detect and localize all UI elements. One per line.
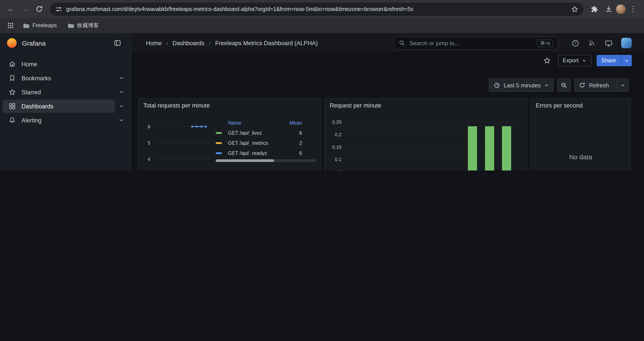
sidebar-item-home[interactable]: Home [3, 57, 128, 71]
chevron-down-icon[interactable] [115, 72, 128, 85]
legend-value: 6 [275, 130, 302, 135]
sidebar-item-starred[interactable]: Starred [3, 85, 128, 99]
chevron-down-icon[interactable] [115, 86, 128, 99]
sidebar-item-label: Alerting [22, 117, 42, 124]
legend-series-name[interactable]: GET /api/_readyz [228, 150, 272, 156]
breadcrumb-separator: › [166, 40, 168, 46]
address-bar[interactable]: grafana.mathmast.com/d/deytv4rwavabkb/fr… [50, 3, 584, 16]
time-range-picker[interactable]: Last 5 minutes [489, 79, 554, 92]
chart-canvas[interactable]: 6543217:40NameMeanGET /api/_livez6GET /a… [138, 99, 320, 171]
legend-column-header[interactable]: Mean [275, 120, 302, 126]
share-chevron-button[interactable] [621, 55, 632, 66]
sidebar-item-label: Home [22, 61, 37, 67]
panel-title[interactable]: Errors per second [531, 99, 630, 109]
browser-profile-avatar[interactable] [616, 4, 626, 14]
sidebar-item-alerting[interactable]: Alerting [3, 113, 128, 127]
svg-text:6: 6 [148, 124, 150, 129]
zoom-out-button[interactable] [558, 79, 571, 92]
dock-menu-icon[interactable] [111, 37, 124, 49]
dashboard-toolbar: Export Share [131, 53, 644, 69]
site-settings-icon[interactable] [55, 6, 62, 13]
svg-text:?: ? [574, 41, 576, 45]
sidebar: Grafana Home Bookmarks [0, 33, 131, 171]
legend-value: 6 [275, 150, 302, 156]
chevron-down-icon [582, 58, 586, 63]
downloads-icon[interactable] [602, 3, 615, 16]
forward-icon[interactable]: → [18, 3, 32, 16]
legend-row[interactable]: GET /api/_livez6 [216, 128, 302, 138]
sidebar-item-label: Bookmarks [22, 75, 51, 81]
breadcrumb-separator: › [209, 40, 211, 46]
help-icon[interactable]: ? [571, 39, 579, 47]
bookmark-item-blog[interactable]: 收藏博客 [64, 21, 102, 31]
brand-title: Grafana [22, 39, 46, 47]
legend-row[interactable]: GET /api/_readyz6 [216, 148, 302, 158]
user-avatar[interactable] [621, 38, 632, 48]
legend-row[interactable]: GET /api/_metrics2 [216, 138, 302, 148]
monitor-icon[interactable] [604, 39, 612, 47]
export-label: Export [563, 58, 578, 64]
svg-text:0.05: 0.05 [332, 169, 342, 171]
breadcrumb-dashboards[interactable]: Dashboards [172, 40, 204, 46]
zoom-out-icon [561, 82, 568, 88]
folder-icon [67, 22, 74, 29]
panel-total-requests-per-minute: Total requests per minute 6543217:40Name… [138, 98, 321, 171]
time-controls: Last 5 minutes Refresh [131, 79, 644, 92]
chevron-down-icon[interactable] [115, 114, 128, 127]
svg-text:0.2: 0.2 [335, 132, 342, 137]
series-color-indicator [216, 132, 222, 134]
home-icon [9, 61, 16, 68]
reload-icon[interactable] [32, 3, 46, 16]
share-label: Share [596, 58, 621, 64]
browser-toolbar: ← → grafana.mathmast.com/d/deytv4rwavabk… [0, 0, 644, 18]
refresh-button[interactable]: Refresh [574, 79, 629, 92]
panel-request-per-minute: Request per minute 0.250.20.150.10.05017… [324, 98, 527, 171]
legend-series-name[interactable]: GET /api/_livez [228, 130, 272, 135]
favorite-star-icon[interactable] [541, 55, 552, 66]
extensions-icon[interactable] [588, 3, 601, 16]
screen: ← → grafana.mathmast.com/d/deytv4rwavabk… [0, 0, 644, 171]
legend-column-header[interactable]: Name [228, 120, 272, 126]
no-data-message: No data [531, 153, 630, 161]
url-text: grafana.mathmast.com/d/deytv4rwavabkb/fr… [66, 6, 567, 12]
svg-text:0.15: 0.15 [332, 144, 342, 150]
chevron-down-icon[interactable] [115, 100, 128, 113]
alerting-bell-icon [9, 117, 16, 124]
dashboards-icon [9, 103, 16, 110]
bookmark-icon [9, 75, 16, 82]
refresh-interval-chevron[interactable] [617, 79, 628, 91]
time-range-label: Last 5 minutes [504, 82, 541, 88]
rss-icon[interactable] [588, 39, 596, 47]
breadcrumb-home[interactable]: Home [146, 40, 162, 46]
svg-text:0.1: 0.1 [335, 157, 342, 162]
grafana-header: Home › Dashboards › Freeleaps Metrics Da… [131, 33, 644, 53]
bookmark-item-freeleaps[interactable]: Freeleaps [19, 21, 60, 30]
grafana-logo[interactable] [6, 37, 18, 49]
search-bar[interactable]: ⌘+k [394, 37, 558, 50]
browser-menu-icon[interactable]: ⋮ [626, 3, 640, 16]
chart-canvas[interactable]: 0.250.20.150.10.05017:37:0017:38:0017:39… [325, 99, 526, 171]
sidebar-nav: Home Bookmarks Starred [0, 53, 131, 127]
refresh-icon [579, 82, 586, 88]
search-icon [399, 40, 405, 46]
share-button[interactable]: Share [596, 55, 632, 66]
panel-errors-per-second: Errors per second No data [530, 98, 631, 171]
search-input[interactable] [408, 39, 534, 47]
folder-icon [23, 22, 29, 29]
refresh-label: Refresh [589, 82, 609, 88]
legend-series-name[interactable]: GET /api/_metrics [228, 140, 272, 146]
series-color-indicator [216, 152, 222, 154]
main-content: Home › Dashboards › Freeleaps Metrics Da… [131, 33, 644, 171]
star-icon [9, 89, 16, 96]
bookmarks-bar: Freeleaps 收藏博客 [0, 18, 644, 33]
sidebar-item-bookmarks[interactable]: Bookmarks [3, 71, 128, 85]
sidebar-item-dashboards[interactable]: Dashboards [3, 99, 128, 113]
export-button[interactable]: Export [558, 55, 591, 66]
back-icon[interactable]: ← [4, 3, 18, 16]
bookmark-label: 收藏博客 [77, 22, 99, 29]
bookmark-star-icon[interactable] [571, 6, 578, 13]
legend-scrollbar[interactable] [216, 159, 316, 162]
chevron-down-icon [544, 83, 549, 88]
svg-text:0.25: 0.25 [332, 119, 342, 125]
apps-grid-icon[interactable] [5, 20, 16, 31]
